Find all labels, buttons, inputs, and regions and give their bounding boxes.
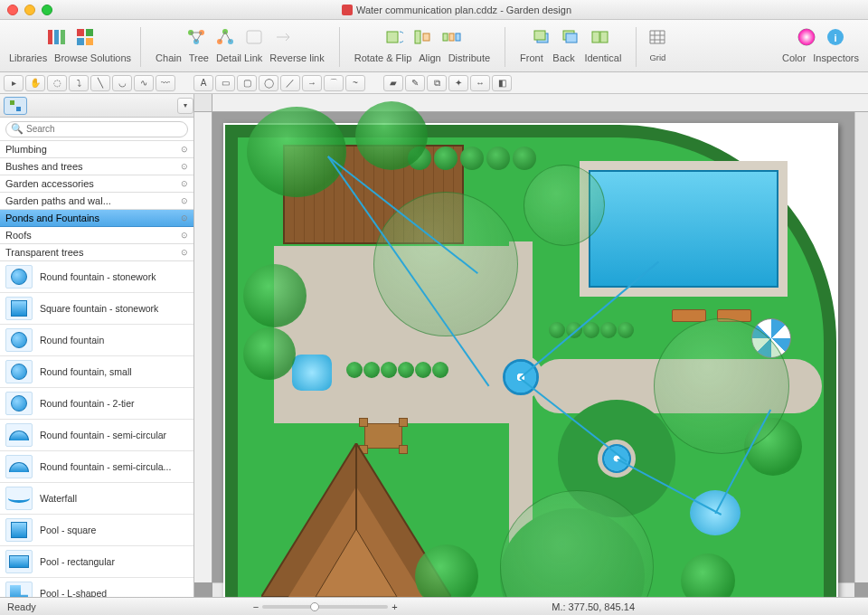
chair[interactable] xyxy=(359,418,368,427)
library-section[interactable]: Garden accessories⊙ xyxy=(0,175,193,193)
toolbar-group-arrange: Rotate & Flip Align Distribute xyxy=(345,24,499,63)
close-icon[interactable] xyxy=(7,5,18,15)
front-icon[interactable] xyxy=(530,25,553,49)
callout-tool[interactable]: ◧ xyxy=(492,75,512,91)
library-item[interactable]: Pool - rectangular xyxy=(0,546,193,578)
library-item[interactable]: Pool - square xyxy=(0,515,193,546)
zoom-in-icon[interactable]: + xyxy=(392,601,397,612)
ruler-vertical[interactable] xyxy=(194,112,212,582)
rounded-rect-tool[interactable]: ▢ xyxy=(237,75,257,91)
library-item[interactable]: Pool - L-shaped xyxy=(0,578,193,597)
back-icon[interactable] xyxy=(559,25,582,49)
library-section[interactable]: Transparent trees⊙ xyxy=(0,244,193,261)
maximize-icon[interactable] xyxy=(42,5,52,15)
library-item[interactable]: Round fountain xyxy=(0,325,193,356)
align-icon[interactable] xyxy=(410,25,434,49)
transparent-tree[interactable] xyxy=(654,318,789,454)
bush-row xyxy=(549,322,634,338)
lounger[interactable] xyxy=(672,309,706,322)
spline-tool[interactable]: ∿ xyxy=(134,75,154,91)
text-tool[interactable]: A xyxy=(193,75,213,91)
detail-link-icon[interactable] xyxy=(242,25,266,49)
splash-pool[interactable] xyxy=(292,355,332,391)
library-section[interactable]: Plumbing⊙ xyxy=(0,141,193,158)
inspectors-icon[interactable]: i xyxy=(824,25,847,49)
svg-rect-18 xyxy=(449,33,454,41)
line-draw-tool[interactable]: ／ xyxy=(280,75,300,91)
item-thumbnail xyxy=(5,518,33,542)
library-item[interactable]: Waterfall xyxy=(0,483,193,515)
crop-tool[interactable]: ⧉ xyxy=(427,75,447,91)
chair[interactable] xyxy=(399,418,408,427)
hand-tool[interactable]: ✋ xyxy=(25,75,45,91)
stamp-tool[interactable]: ✦ xyxy=(448,75,468,91)
polyline-tool[interactable]: ⌒ xyxy=(324,75,344,91)
canvas-area[interactable] xyxy=(194,94,868,597)
section-label: Garden paths and wal... xyxy=(5,195,111,206)
library-item[interactable]: Round fountain - semi-circula... xyxy=(0,451,193,483)
library-item[interactable]: Round fountain - 2-tier xyxy=(0,388,193,420)
arrow-tool[interactable]: → xyxy=(302,75,322,91)
svg-rect-0 xyxy=(48,30,52,44)
libraries-icon[interactable] xyxy=(44,25,68,49)
sidebar-menu[interactable]: ▾ xyxy=(177,98,193,114)
connector-tool[interactable]: ⤵ xyxy=(69,75,89,91)
toolbar-label: Grid xyxy=(649,52,665,62)
swimming-pool[interactable] xyxy=(580,161,788,297)
library-item[interactable]: Round fountain, small xyxy=(0,356,193,388)
lasso-tool[interactable]: ◌ xyxy=(47,75,67,91)
item-thumbnail xyxy=(5,265,33,289)
transparent-tree[interactable] xyxy=(373,192,518,336)
library-section[interactable]: Roofs⊙ xyxy=(0,227,193,244)
distribute-icon[interactable] xyxy=(439,25,463,49)
tree[interactable] xyxy=(243,327,296,380)
search-input[interactable] xyxy=(5,121,188,137)
section-label: Roofs xyxy=(5,230,32,241)
svg-point-27 xyxy=(798,29,815,45)
zoom-slider[interactable]: − + xyxy=(253,601,398,612)
transparent-tree[interactable] xyxy=(524,165,605,246)
zoom-out-icon[interactable]: − xyxy=(253,601,259,612)
curve-tool[interactable]: ~ xyxy=(345,75,365,91)
tree[interactable] xyxy=(247,107,346,197)
reverse-link-icon[interactable] xyxy=(271,25,295,49)
minimize-icon[interactable] xyxy=(24,5,35,15)
dimension-tool[interactable]: ↔ xyxy=(470,75,490,91)
fill-tool[interactable]: ▰ xyxy=(383,75,403,91)
eyedropper-tool[interactable]: ✎ xyxy=(405,75,425,91)
rect-tool[interactable]: ▭ xyxy=(215,75,235,91)
chevron-icon: ⊙ xyxy=(181,162,188,171)
sidebar-tab-shapes[interactable] xyxy=(4,97,27,115)
library-item[interactable]: Round fountain - stonework xyxy=(0,261,193,293)
chain-icon[interactable] xyxy=(184,25,208,49)
arc-tool[interactable]: ◡ xyxy=(112,75,132,91)
color-icon[interactable] xyxy=(795,25,818,49)
item-thumbnail xyxy=(5,328,33,352)
toolbar-label: Front Back Identical xyxy=(520,52,621,63)
rotate-flip-icon[interactable] xyxy=(382,25,405,49)
status-bar: Ready − + M.: 377.50, 845.14 xyxy=(0,597,868,615)
library-section[interactable]: Ponds and Fountains⊙ xyxy=(0,210,193,227)
ellipse-tool[interactable]: ◯ xyxy=(259,75,278,91)
library-section[interactable]: Garden paths and wal...⊙ xyxy=(0,193,193,210)
line-tool[interactable]: ╲ xyxy=(90,75,110,91)
tree[interactable] xyxy=(243,264,307,327)
browse-solutions-icon[interactable] xyxy=(73,25,97,49)
item-thumbnail xyxy=(5,582,33,597)
tree-icon[interactable] xyxy=(213,25,237,49)
identical-icon[interactable] xyxy=(588,25,611,49)
chevron-icon: ⊙ xyxy=(181,231,188,240)
toolbar-label: Chain Tree Detail Link Reverse link xyxy=(156,52,325,63)
scrollbar-vertical[interactable] xyxy=(854,112,868,582)
library-item[interactable]: Square fountain - stonework xyxy=(0,293,193,325)
bezier-tool[interactable]: 〰 xyxy=(156,75,175,91)
svg-rect-5 xyxy=(77,38,84,45)
tree[interactable] xyxy=(355,101,428,170)
item-label: Waterfall xyxy=(40,493,77,504)
drawing-toolbar: ▸ ✋ ◌ ⤵ ╲ ◡ ∿ 〰 A ▭ ▢ ◯ ／ → ⌒ ~ ▰ ✎ ⧉ ✦ … xyxy=(0,72,868,94)
library-section[interactable]: Bushes and trees⊙ xyxy=(0,158,193,175)
library-item[interactable]: Round fountain - semi-circular xyxy=(0,420,193,451)
grid-icon[interactable] xyxy=(646,25,669,49)
pointer-tool[interactable]: ▸ xyxy=(4,75,24,91)
drawing-page[interactable] xyxy=(223,123,838,597)
